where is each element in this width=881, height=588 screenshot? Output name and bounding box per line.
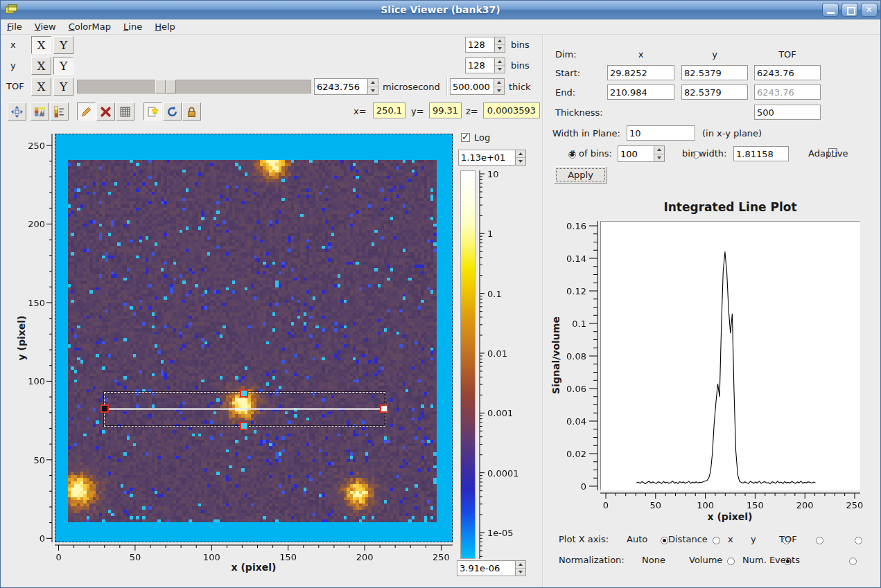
tof-slider-handle[interactable] <box>155 80 166 93</box>
bin-width-label: bin width: <box>682 148 726 159</box>
line-width-bottom-handle[interactable] <box>240 422 248 430</box>
cursor-z-value: 0.0003593 <box>483 103 540 118</box>
plot-x-auto-label: Auto <box>627 534 647 544</box>
plot-x-y-label: y <box>751 534 756 544</box>
dim-x-as-y-button[interactable]: Y <box>53 36 73 54</box>
refresh-button[interactable] <box>163 103 182 121</box>
color-range-button[interactable] <box>50 103 69 121</box>
peaks-overlay-button[interactable] <box>143 103 162 121</box>
svg-text:0.02: 0.02 <box>566 449 586 459</box>
svg-text:100: 100 <box>28 376 45 386</box>
dim-y-as-x-button[interactable]: X <box>31 57 51 75</box>
tof-slider[interactable] <box>77 80 311 93</box>
svg-text:250: 250 <box>433 552 450 562</box>
draw-line-button[interactable] <box>77 103 96 121</box>
main-plot-xlabel: x (pixel) <box>195 562 313 573</box>
tof-value-spinbox[interactable] <box>314 78 378 95</box>
line-plot-ylabel: Signal/volume <box>550 300 561 411</box>
menu-help[interactable]: Help <box>148 20 182 33</box>
svg-text:200: 200 <box>796 500 814 510</box>
svg-text:100: 100 <box>203 552 220 562</box>
start-label: Start: <box>555 68 580 78</box>
line-start-handle[interactable] <box>101 404 109 413</box>
dim-tof-as-x-button[interactable]: X <box>31 78 51 96</box>
dim-tof-as-y-button[interactable]: Y <box>53 78 73 96</box>
colorbar-gradient[interactable] <box>460 170 476 559</box>
plot-x-auto-radio[interactable] <box>661 537 668 544</box>
start-y-field[interactable] <box>681 65 748 80</box>
line-end-handle[interactable] <box>380 404 388 413</box>
y-bins-spinbox[interactable] <box>465 57 505 73</box>
plot-x-distance-radio[interactable] <box>713 537 720 544</box>
menu-colormap[interactable]: ColorMap <box>62 20 117 33</box>
zoom-to-fit-icon <box>11 106 23 118</box>
norm-none-radio[interactable] <box>727 558 735 565</box>
plot-x-distance-label: Distance <box>668 534 708 544</box>
maximize-button[interactable] <box>841 3 858 17</box>
apply-button[interactable]: Apply <box>554 166 607 184</box>
svg-text:0.1: 0.1 <box>487 289 502 299</box>
dim-x-as-x-button[interactable]: X <box>31 36 51 54</box>
svg-text:10: 10 <box>487 169 499 179</box>
svg-text:1e-05: 1e-05 <box>487 528 514 538</box>
close-button[interactable]: ✕ <box>861 3 878 17</box>
separator <box>446 77 448 96</box>
start-tof-field[interactable] <box>754 65 821 80</box>
lock-aspect-button[interactable] <box>182 103 201 121</box>
thickness-spinbox[interactable] <box>450 78 505 95</box>
cursor-z-label: z= <box>466 106 478 116</box>
line-plot-area[interactable] <box>600 221 860 490</box>
end-tof-field <box>754 84 821 100</box>
delete-line-button[interactable] <box>96 103 115 121</box>
thickness-field[interactable] <box>754 105 821 120</box>
svg-text:50: 50 <box>650 500 662 510</box>
line-selection-centerline[interactable] <box>108 408 382 410</box>
lock-icon <box>186 106 198 118</box>
dim-x-label: x <box>10 39 16 50</box>
line-plot-xlabel: x (pixel) <box>671 511 789 522</box>
width-in-plane-field[interactable] <box>627 125 695 141</box>
dim-header-label: Dim: <box>555 49 577 60</box>
svg-text:200: 200 <box>356 552 374 562</box>
dim-y-as-y-button[interactable]: Y <box>53 57 73 75</box>
color-palette-button[interactable] <box>30 103 49 121</box>
norm-events-radio[interactable] <box>849 558 857 565</box>
svg-text:0.06: 0.06 <box>566 384 586 394</box>
log-scale-checkbox[interactable] <box>461 133 470 142</box>
heatmap-plot[interactable] <box>55 134 453 542</box>
svg-text:0.08: 0.08 <box>566 351 586 362</box>
menu-line[interactable]: Line <box>117 20 148 33</box>
tof-slider-handle-right[interactable] <box>166 80 176 93</box>
norm-volume-label: Volume <box>689 555 722 565</box>
end-y-field[interactable] <box>681 84 748 100</box>
plot-x-tof-radio[interactable] <box>855 537 862 544</box>
log-scale-label: Log <box>474 132 490 143</box>
line-width-top-handle[interactable] <box>240 389 248 398</box>
svg-text:0.001: 0.001 <box>487 408 513 418</box>
menu-file[interactable]: File <box>1 20 28 33</box>
minimize-button[interactable] <box>822 3 839 17</box>
svg-text:50: 50 <box>33 455 45 465</box>
title-bar[interactable]: Slice Viewer (bank37) ✕ <box>1 1 880 19</box>
x-bins-label: bins <box>511 39 530 50</box>
colorbar-min-spinbox[interactable] <box>457 560 526 576</box>
main-plot-ylabel: y (pixel) <box>16 283 27 393</box>
num-bins-spinbox[interactable] <box>618 145 665 162</box>
width-in-plane-label: Width in Plane: <box>552 128 620 139</box>
colorbar-max-spinbox[interactable] <box>458 150 526 166</box>
dim-y-label: y <box>10 60 16 71</box>
zoom-to-fit-button[interactable] <box>8 103 26 121</box>
plot-x-y-radio[interactable] <box>816 537 823 544</box>
svg-text:150: 150 <box>28 298 45 308</box>
svg-text:0: 0 <box>40 533 45 544</box>
menu-view[interactable]: View <box>28 20 62 33</box>
svg-text:0.12: 0.12 <box>566 286 586 296</box>
start-x-field[interactable] <box>607 65 674 80</box>
window-title: Slice Viewer (bank37) <box>1 4 880 15</box>
snap-to-grid-button[interactable] <box>116 103 134 121</box>
end-x-field[interactable] <box>607 84 674 100</box>
num-bins-label: # of bins: <box>568 148 612 159</box>
x-bins-spinbox[interactable] <box>465 37 505 53</box>
bin-width-field[interactable] <box>733 146 789 161</box>
heatmap-canvas[interactable] <box>55 134 452 542</box>
